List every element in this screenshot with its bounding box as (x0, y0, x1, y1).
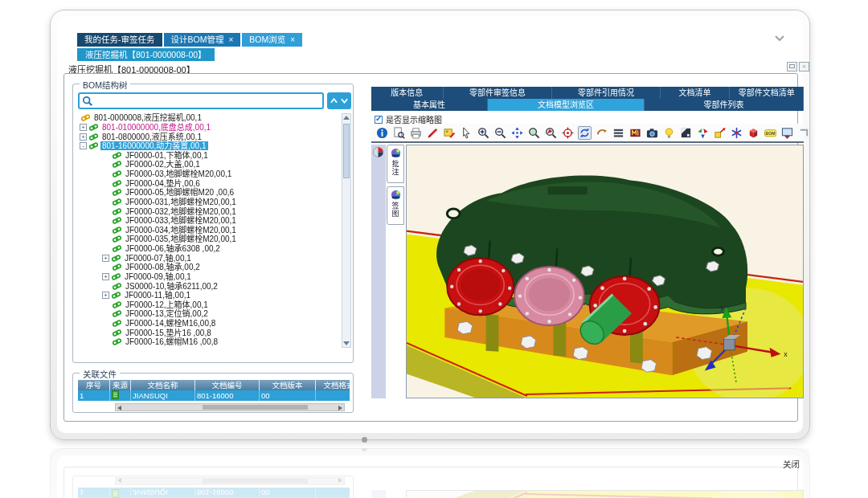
tab-info-1[interactable]: 零部件审签信息 (444, 87, 553, 99)
tree-item[interactable]: JF0000-031,地脚螺栓M20,00,1 (78, 198, 340, 207)
layers-icon[interactable] (612, 126, 625, 140)
chain-link-icon (112, 291, 121, 300)
tree-item[interactable]: JF0000-16,螺帽M16 ,00,8 (78, 337, 340, 347)
pie-view-icon[interactable] (372, 146, 384, 158)
table-cell (110, 390, 131, 401)
scroll-up-arrow[interactable] (342, 114, 350, 122)
expand-icon[interactable]: + (102, 255, 109, 262)
expand-icon[interactable]: + (80, 124, 87, 131)
tab-info-2[interactable]: 零部件引用情况 (552, 87, 661, 99)
zoom-area-icon[interactable] (527, 126, 541, 140)
main-tab-1[interactable]: 设计BOM管理× (164, 33, 241, 47)
chevron-down-icon[interactable] (774, 35, 785, 43)
explode-icon[interactable] (696, 126, 710, 140)
tree-item[interactable]: -801-16000000,动力装置,00,1 (78, 141, 340, 151)
hscroll-thumb[interactable] (203, 405, 308, 410)
tree-item[interactable]: +801-0800000,液压系统,00,1 (78, 132, 340, 141)
tree-item[interactable]: JF0000-05,地脚螺帽M20 ,00,6 (78, 188, 340, 198)
viewer-side-tab-1[interactable]: 签图 (387, 186, 404, 225)
print-icon[interactable] (409, 126, 423, 140)
tree-item-label: JF0000-14,螺栓M16,00,8 (124, 319, 217, 328)
snapshot-icon[interactable] (645, 126, 659, 140)
tree-item[interactable]: JF0000-12,上箱体,00,1 (78, 300, 340, 310)
tree-item[interactable]: +JF0000-09,轴,00,1 (78, 272, 340, 282)
section-icon[interactable] (679, 126, 693, 140)
scroll-down-arrow[interactable] (342, 339, 350, 347)
tree-item[interactable]: 801-0000008,液压挖掘机,00,1 (78, 113, 340, 123)
export-view-icon[interactable] (780, 126, 794, 140)
tree-item[interactable]: JF0000-14,螺栓M16,00,8 (78, 319, 340, 329)
svg-text:x: x (784, 350, 788, 358)
search-input[interactable] (96, 95, 322, 107)
search-up-icon[interactable] (330, 98, 338, 104)
tree-item[interactable]: JF0000-032,地脚螺栓M20,00,1 (78, 206, 340, 216)
hscroll-right-arrow[interactable] (338, 406, 342, 410)
center-view-icon[interactable] (561, 126, 575, 140)
edit-image-icon[interactable] (443, 126, 457, 140)
tree-item[interactable]: JF0000-033,地脚螺栓M20,00,1 (78, 216, 340, 226)
main-tab-0[interactable]: 我的任务-审签任务 (77, 33, 162, 47)
expand-icon[interactable]: + (102, 273, 109, 280)
fit-window-icon[interactable] (510, 126, 524, 140)
move-part-icon[interactable] (713, 126, 727, 140)
more-icon[interactable] (797, 126, 811, 140)
tree-item[interactable]: +801-010000000,底盘总成,00,1 (78, 123, 340, 133)
tree-item[interactable]: JF0000-15,垫片16 ,00,8 (78, 328, 340, 337)
tree-item[interactable]: JF0000-04,垫片,00,6 (78, 178, 340, 188)
model-viewport[interactable]: x y (406, 145, 804, 398)
select-cursor-icon[interactable] (460, 126, 473, 140)
solid-view-icon[interactable] (747, 126, 760, 140)
search-down-icon[interactable] (341, 98, 348, 104)
tab-view-1[interactable]: 文档模型浏览区 (488, 99, 645, 111)
tab-close-icon[interactable]: × (290, 35, 295, 44)
main-tab-2[interactable]: BOM浏览× (242, 33, 302, 47)
chain-link-icon (113, 235, 121, 243)
tree-item-label: JF0000-07,轴,00,1 (123, 254, 193, 263)
zoom-out-icon[interactable] (493, 126, 507, 140)
tab-view-2[interactable]: 零部件列表 (645, 99, 804, 111)
close-window-button[interactable]: × (799, 62, 809, 71)
zoom-dynamic-icon[interactable] (544, 126, 558, 140)
tab-view-0[interactable]: 基本属性 (371, 99, 488, 111)
pan-icon[interactable] (595, 126, 608, 140)
tab-info-0[interactable]: 版本信息 (371, 87, 444, 99)
viewer-side-tab-0[interactable]: 批注 (387, 145, 404, 183)
close-link[interactable]: 关闭 (743, 458, 800, 470)
document-tab[interactable]: 液压挖掘机【801-0000008-00】 (77, 48, 215, 61)
tree-item[interactable]: JF0000-08,轴承,00,2 (78, 263, 340, 272)
axes-icon[interactable] (730, 126, 743, 140)
tree-item[interactable]: JS0000-10,轴承6211,00,2 (78, 281, 340, 291)
expand-icon[interactable]: + (102, 292, 109, 299)
expand-icon[interactable]: + (80, 133, 87, 141)
tree-item[interactable]: JF0000-06,轴承6308 ,00,2 (78, 244, 340, 254)
tab-info-4[interactable]: 零部件文档清单 (730, 87, 804, 99)
preview-icon[interactable] (392, 126, 406, 140)
tree-item[interactable]: JF0000-01,下箱体,00,1 (78, 151, 340, 161)
bom-tag-icon[interactable] (764, 126, 777, 140)
search-prev-next[interactable] (327, 92, 351, 109)
tree-item[interactable]: JF0000-035,地脚螺栓M20,00,1 (78, 235, 340, 244)
scroll-thumb[interactable] (343, 124, 350, 178)
restore-button[interactable] (787, 62, 797, 71)
redline-icon[interactable] (426, 126, 440, 140)
info-icon[interactable] (375, 126, 389, 140)
tab-info-3[interactable]: 文档清单 (661, 87, 731, 99)
tree-item[interactable]: JF0000-02,大盖,00,1 (78, 160, 340, 169)
tree-scrollbar[interactable] (342, 113, 351, 348)
rotate-icon[interactable] (578, 126, 592, 140)
table-row[interactable]: 1JIANSUQI801-1600000 (78, 390, 350, 401)
zoom-in-icon[interactable] (477, 126, 490, 140)
tab-close-icon[interactable]: × (228, 35, 233, 44)
table-hscrollbar[interactable] (115, 403, 345, 411)
thumbnail-checkbox[interactable]: ✓ (375, 116, 383, 124)
light-icon[interactable] (662, 126, 676, 140)
hscroll-left-arrow[interactable] (117, 406, 121, 410)
tree-item[interactable]: +JF0000-11,轴,00,1 (78, 291, 340, 300)
tree-item[interactable]: JF0000-034,地脚螺栓M20,00,1 (78, 226, 340, 235)
measure-icon[interactable] (628, 126, 642, 140)
chain-link-icon (113, 329, 121, 337)
tree-item[interactable]: JF0000-13,定位销,00,2 (78, 309, 340, 319)
tree-item[interactable]: +JF0000-07,轴,00,1 (78, 253, 340, 263)
collapse-icon[interactable]: - (80, 142, 87, 149)
tree-item[interactable]: JF0000-03,地脚螺栓M20,00,1 (78, 169, 340, 179)
